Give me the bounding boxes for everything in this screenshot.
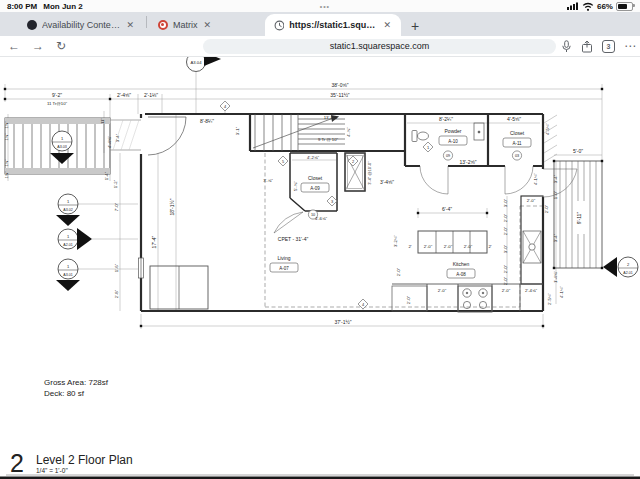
dim-label: 11" (100, 118, 105, 124)
dim-label: 1'-6" (114, 263, 119, 272)
room-number: A-08 (456, 272, 466, 277)
close-tab-icon[interactable]: ✕ (382, 20, 392, 30)
matrix-favicon-icon (158, 20, 168, 30)
tab-title: Availability Content — ... (42, 20, 120, 30)
battery-percent: 66% (597, 2, 613, 11)
door-tag-label: 09 (446, 154, 450, 158)
tab-availability-content[interactable]: Availability Content — ... ✕ (18, 14, 144, 36)
dimension-lines (5, 72, 602, 329)
room-number: A-10 (448, 139, 458, 144)
dim-label: 1⅝" (4, 121, 9, 129)
tab-strip: Availability Content — ... ✕ Matrix ✕ ht… (0, 12, 640, 36)
room-label: Closet (510, 130, 525, 136)
room-label: Closet (308, 175, 323, 181)
dim-label: 2'-4⅝" (117, 92, 131, 98)
signal-icon (567, 2, 579, 10)
dim-label: 2' (488, 244, 491, 249)
dim-label: 2'-0" (527, 198, 536, 203)
dim-label: 1'-4" (104, 171, 109, 180)
dim-label: 2'-0" (503, 264, 508, 273)
share-icon[interactable] (581, 40, 593, 53)
wall-hatch (544, 115, 557, 162)
dim-label: 4'-⅝" (346, 127, 351, 137)
dim-label: 2'-0" (503, 276, 508, 285)
dim-label: 4'-4⅝" (107, 135, 112, 148)
status-bar: 8:00 PM Mon Jun 2 ••• 66% (0, 0, 640, 12)
dim-label: 6'-4" (442, 206, 452, 212)
dim-label: 4'-1½" (533, 172, 538, 185)
room-label: Powder (445, 128, 462, 134)
dim-label: 3'-4" (115, 133, 120, 142)
clock-date: Mon Jun 2 (43, 2, 83, 11)
section-marker-label: A2.01 (623, 271, 632, 275)
room-number: A-07 (279, 266, 289, 271)
tab-divider (146, 16, 147, 28)
title-block: 2 Level 2 Floor Plan 1/4" = 1'-0" (0, 449, 640, 479)
drawing-scale: 1/4" = 1'-0" (36, 467, 68, 474)
dim-label: 3'-⅝" (263, 178, 273, 183)
dim-label: 2'-0" (424, 244, 433, 249)
dim-label: 3'-4" (553, 233, 558, 242)
tab-matrix[interactable]: Matrix ✕ (149, 14, 265, 36)
dim-label: 38'-0⅝" (332, 82, 349, 88)
clock-time: 8:00 PM (7, 2, 37, 11)
close-tab-icon[interactable]: ✕ (125, 20, 135, 30)
tab-title: Matrix (173, 20, 198, 30)
dim-label: 2'-0" (503, 226, 508, 235)
dim-label: 2'-5½" (547, 292, 552, 305)
dim-label: 4'-2⅝" (307, 155, 320, 160)
dim-label: 2'-0" (464, 244, 473, 249)
dim-label: 1'-0" (553, 190, 558, 199)
dim-label: 4'-5⅝" (507, 116, 521, 122)
dim-label: 8'-8¼" (200, 118, 214, 124)
battery-icon (616, 2, 633, 11)
dim-label: 8'-2¼" (439, 116, 453, 122)
carpet-note: CPET - 31'-4" (278, 236, 309, 242)
dim-label: 3'-0" (503, 198, 508, 207)
door-tag-label: 03 (515, 154, 519, 158)
web-page-content: A3.04 1 A3.03 1 A3.02 1 A2.01 1 A3.01 2 … (0, 57, 640, 479)
new-tab-button[interactable]: + (411, 19, 419, 33)
dim-label: 3'-4" (553, 174, 558, 183)
multitask-handle: ••• (320, 3, 330, 10)
dim-label: 13'-8⅝" (324, 115, 339, 120)
close-tab-icon[interactable]: ✕ (203, 20, 213, 30)
dim-label: 2'-1⅛" (144, 92, 158, 98)
dim-label: 1'-2" (113, 179, 118, 188)
room-label: Kitchen (453, 261, 470, 267)
voice-search-icon[interactable] (561, 40, 572, 53)
walls (141, 114, 543, 311)
dim-label: 9'-2" (52, 92, 62, 98)
dim-label: 3'-1" (235, 126, 240, 135)
dim-label: 5'-0" (573, 148, 583, 154)
stair-note: 11 Tr@10" (47, 101, 68, 106)
dim-label: 3'-0" (503, 244, 508, 253)
dim-label: 3'-4⅝" (380, 179, 394, 185)
section-marker-label: A2.01 (63, 243, 72, 247)
room-label: Living (277, 255, 290, 261)
dim-label: 18'-1½" (169, 198, 175, 215)
availability-favicon-icon (27, 20, 37, 30)
dim-label: 5'-⅝" (293, 181, 298, 191)
tab-switcher-button[interactable]: 3 (602, 40, 615, 53)
section-marker-label: A3.01 (63, 273, 72, 277)
dim-label: 1⅝" (4, 171, 9, 179)
sheet-detail-number: 2 (10, 449, 24, 477)
area-notes: Gross Area: 728sf Deck: 80 sf (44, 378, 109, 398)
section-marker-label: A3.02 (63, 208, 72, 212)
dim-label: 17'-4" (151, 235, 157, 248)
deck-area-note: Deck: 80 sf (44, 389, 85, 398)
address-bar[interactable]: static1.squarespace.com (203, 39, 556, 54)
forward-button[interactable]: → (32, 40, 44, 52)
wifi-icon (582, 2, 594, 11)
tab-title: https://static1.squares (289, 20, 377, 30)
grid-markers: 4 5 2 3 1 4 (220, 101, 433, 309)
stair-note: 9 Tr @ 10" (318, 137, 338, 142)
tab-squarespace-active[interactable]: https://static1.squares ✕ (265, 14, 401, 36)
dim-label: 2'-4⅝" (525, 288, 538, 293)
dim-label: 2'-0" (438, 288, 447, 293)
reload-button[interactable]: ↻ (56, 40, 66, 52)
back-button[interactable]: ← (8, 40, 20, 52)
dim-label: 2'-0" (396, 267, 401, 276)
dim-label: 2' (408, 244, 411, 249)
